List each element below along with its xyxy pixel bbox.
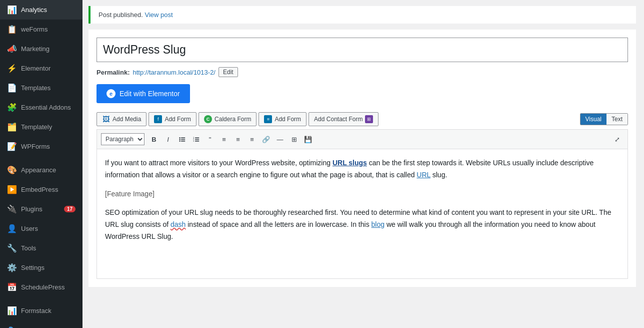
schedulepress-icon: 📅 — [7, 282, 17, 292]
svg-rect-0 — [181, 137, 185, 138]
url-slugs-link[interactable]: URL slugs — [332, 159, 367, 167]
wpforms-icon: 📝 — [7, 142, 17, 151]
elementor-e-icon: e — [106, 89, 116, 98]
add-media-icon: 🖼 — [102, 115, 110, 123]
editor-content-area[interactable]: If you want to attract more visitors to … — [96, 149, 628, 279]
editor-container: Permalink: http://tarannum.local/1013-2/… — [88, 30, 636, 287]
sidebar-item-schedulepress[interactable]: 📅 SchedulePress — [0, 277, 82, 297]
link-button[interactable]: 🔗 — [260, 133, 272, 146]
users-icon: 👤 — [7, 224, 17, 233]
text-tab[interactable]: Text — [606, 114, 628, 125]
sidebar-item-weforms[interactable]: 📋 weForms — [0, 20, 82, 39]
marketing-icon: 📣 — [7, 44, 17, 54]
sidebar-item-wpforms[interactable]: 📝 WPForms — [0, 137, 82, 156]
sidebar-item-marketing[interactable]: 📣 Marketing — [0, 39, 82, 59]
svg-rect-2 — [181, 140, 185, 141]
permalink-label: Permalink: — [96, 69, 130, 76]
permalink-url[interactable]: http://tarannum.local/1013-2/ — [132, 69, 216, 76]
add-contact-form-button[interactable]: Add Contact Form ⊞ — [308, 112, 378, 126]
sidebar-item-label: Templates — [21, 84, 76, 92]
add-form-button[interactable]: f Add Form — [148, 112, 196, 126]
embedpress-icon: ▶️ — [7, 185, 17, 194]
expand-button[interactable]: ⤢ — [610, 133, 624, 146]
weforms-icon: 📋 — [7, 25, 17, 34]
sidebar-item-appearance[interactable]: 🎨 Appearance — [0, 160, 82, 180]
sidebar-item-embedpress[interactable]: ▶️ EmbedPress — [0, 180, 82, 199]
table-button[interactable]: ⊞ — [288, 133, 300, 146]
sidebar-item-plugins[interactable]: 🔌 Plugins 17 — [0, 199, 82, 219]
permalink-edit-button[interactable]: Edit — [218, 67, 238, 77]
sidebar-item-label: Essential Addons — [21, 104, 76, 111]
add-contact-form-label: Add Contact Form — [314, 116, 362, 123]
sidebar-item-label: Templately — [21, 123, 76, 131]
sidebar-item-label: Formstack — [21, 307, 76, 314]
fakerpress-icon: 🎭 — [7, 325, 17, 328]
sidebar-item-fakerpress[interactable]: 🎭 FakerPress — [0, 320, 82, 328]
unordered-list-button[interactable] — [176, 133, 188, 146]
bold-button[interactable]: B — [148, 133, 160, 146]
formstack-icon: 📊 — [7, 306, 17, 315]
elementor-icon: ⚡ — [7, 64, 17, 73]
svg-rect-8 — [195, 140, 199, 141]
sidebar-item-tools[interactable]: 🔧 Tools — [0, 238, 82, 258]
templately-icon: 🗂️ — [7, 122, 17, 132]
format-toolbar: Paragraph B I 123 " ≡ ≡ ≡ 🔗 — ⊞ 💾 ⤢ — [96, 129, 628, 149]
sidebar-item-settings[interactable]: ⚙️ Settings — [0, 258, 82, 277]
add-media-button[interactable]: 🖼 Add Media — [96, 112, 146, 126]
url-link[interactable]: URL — [416, 171, 430, 179]
add-form-label: Add Form — [164, 116, 191, 123]
sidebar-item-formstack[interactable]: 📊 Formstack — [0, 301, 82, 320]
caldera-form-label: Caldera Form — [214, 116, 251, 123]
sidebar-item-elementor[interactable]: ⚡ Elementor — [0, 59, 82, 78]
editor-toolbar-row: 🖼 Add Media f Add Form C Caldera Form ≡ … — [96, 112, 628, 126]
sidebar-item-label: weForms — [21, 26, 76, 33]
view-tabs: Visual Text — [580, 113, 628, 125]
notice-text: Post published. — [98, 11, 143, 19]
dash-link[interactable]: dash — [170, 220, 186, 228]
sidebar-item-templates[interactable]: 📄 Templates — [0, 78, 82, 98]
save-draft-button[interactable]: 💾 — [302, 133, 314, 146]
sidebar-item-label: Users — [21, 225, 76, 232]
sidebar: 📊 Analytics 📋 weForms 📣 Marketing ⚡ Elem… — [0, 0, 82, 328]
view-post-link[interactable]: View post — [145, 11, 173, 19]
sidebar-item-label: Analytics — [21, 6, 76, 14]
analytics-icon: 📊 — [7, 5, 17, 15]
templates-icon: 📄 — [7, 83, 17, 93]
tools-icon: 🔧 — [7, 243, 17, 253]
svg-rect-6 — [195, 137, 199, 138]
main-content: Post published. View post Permalink: htt… — [82, 0, 644, 328]
add-form2-label: Add Form — [274, 116, 301, 123]
svg-point-4 — [179, 139, 180, 140]
content-paragraph-2: SEO optimization of your URL slug needs … — [105, 207, 620, 242]
add-form2-button[interactable]: ≡ Add Form — [258, 112, 306, 126]
svg-point-3 — [179, 137, 180, 138]
post-title-input[interactable] — [96, 38, 628, 62]
appearance-icon: 🎨 — [7, 165, 17, 175]
visual-tab[interactable]: Visual — [580, 114, 606, 125]
add-media-label: Add Media — [112, 116, 141, 123]
contact-form-icon: ⊞ — [365, 115, 373, 123]
edit-with-elementor-button[interactable]: e Edit with Elementor — [96, 84, 190, 103]
svg-rect-7 — [195, 139, 199, 140]
sidebar-item-users[interactable]: 👤 Users — [0, 219, 82, 238]
permalink-bar: Permalink: http://tarannum.local/1013-2/… — [96, 67, 628, 77]
paragraph-select[interactable]: Paragraph — [101, 133, 144, 145]
align-left-button[interactable]: ≡ — [218, 133, 230, 146]
caldera-form-button[interactable]: C Caldera Form — [198, 112, 256, 126]
sidebar-item-label: Appearance — [21, 166, 76, 174]
horizontal-rule-button[interactable]: — — [274, 133, 286, 146]
align-right-button[interactable]: ≡ — [246, 133, 258, 146]
sidebar-item-analytics[interactable]: 📊 Analytics — [0, 0, 82, 20]
ordered-list-button[interactable]: 123 — [190, 133, 202, 146]
italic-button[interactable]: I — [162, 133, 174, 146]
notice-bar: Post published. View post — [88, 6, 636, 24]
sidebar-item-label: EmbedPress — [21, 186, 76, 193]
align-center-button[interactable]: ≡ — [232, 133, 244, 146]
blockquote-button[interactable]: " — [204, 133, 216, 146]
sidebar-item-templately[interactable]: 🗂️ Templately — [0, 117, 82, 137]
blog-link[interactable]: blog — [372, 220, 384, 228]
content-paragraph-1: If you want to attract more visitors to … — [105, 157, 620, 181]
sidebar-item-essential-addons[interactable]: 🧩 Essential Addons — [0, 98, 82, 117]
elementor-btn-label: Edit with Elementor — [120, 90, 180, 98]
svg-point-5 — [179, 140, 180, 141]
